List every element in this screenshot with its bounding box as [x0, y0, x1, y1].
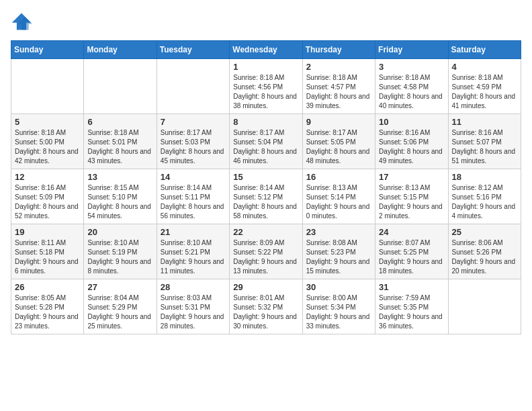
calendar-cell: 24Sunrise: 8:07 AMSunset: 5:25 PMDayligh… — [375, 224, 448, 279]
calendar-cell: 4Sunrise: 8:18 AMSunset: 4:59 PMDaylight… — [448, 59, 521, 114]
calendar-cell: 8Sunrise: 8:17 AMSunset: 5:04 PMDaylight… — [230, 114, 302, 169]
day-number: 13 — [87, 172, 152, 182]
weekday-header-thursday: Thursday — [302, 41, 375, 59]
day-number: 20 — [87, 227, 152, 237]
day-number: 18 — [452, 172, 517, 182]
day-info: Sunrise: 8:13 AMSunset: 5:15 PMDaylight:… — [379, 183, 444, 221]
day-number: 12 — [15, 172, 80, 182]
day-info: Sunrise: 8:15 AMSunset: 5:10 PMDaylight:… — [87, 183, 152, 221]
weekday-header-sunday: Sunday — [11, 41, 84, 59]
calendar-cell: 5Sunrise: 8:18 AMSunset: 5:00 PMDaylight… — [11, 114, 84, 169]
day-info: Sunrise: 8:11 AMSunset: 5:18 PMDaylight:… — [15, 238, 80, 276]
calendar-cell: 2Sunrise: 8:18 AMSunset: 4:57 PMDaylight… — [302, 59, 375, 114]
weekday-header-row: SundayMondayTuesdayWednesdayThursdayFrid… — [11, 41, 521, 59]
day-info: Sunrise: 8:08 AMSunset: 5:23 PMDaylight:… — [306, 238, 371, 276]
calendar-cell: 25Sunrise: 8:06 AMSunset: 5:26 PMDayligh… — [448, 224, 521, 279]
calendar-cell: 13Sunrise: 8:15 AMSunset: 5:10 PMDayligh… — [84, 169, 157, 224]
day-info: Sunrise: 8:01 AMSunset: 5:32 PMDaylight:… — [233, 293, 298, 331]
day-info: Sunrise: 8:14 AMSunset: 5:11 PMDaylight:… — [161, 183, 226, 221]
day-info: Sunrise: 8:17 AMSunset: 5:05 PMDaylight:… — [306, 128, 371, 166]
calendar-cell: 3Sunrise: 8:18 AMSunset: 4:58 PMDaylight… — [375, 59, 448, 114]
week-row-3: 12Sunrise: 8:16 AMSunset: 5:09 PMDayligh… — [11, 169, 521, 224]
day-number: 15 — [233, 172, 298, 182]
calendar-cell: 7Sunrise: 8:17 AMSunset: 5:03 PMDaylight… — [157, 114, 229, 169]
day-number: 1 — [233, 62, 298, 72]
day-number: 23 — [306, 227, 371, 237]
day-info: Sunrise: 8:18 AMSunset: 4:56 PMDaylight:… — [233, 73, 298, 111]
weekday-header-tuesday: Tuesday — [157, 41, 229, 59]
calendar-cell — [11, 59, 84, 114]
day-number: 4 — [452, 62, 517, 72]
day-info: Sunrise: 8:03 AMSunset: 5:31 PMDaylight:… — [161, 293, 226, 331]
day-info: Sunrise: 8:07 AMSunset: 5:25 PMDaylight:… — [379, 238, 444, 276]
calendar-cell: 20Sunrise: 8:10 AMSunset: 5:19 PMDayligh… — [84, 224, 157, 279]
day-info: Sunrise: 8:06 AMSunset: 5:26 PMDaylight:… — [452, 238, 517, 276]
calendar-cell: 26Sunrise: 8:05 AMSunset: 5:28 PMDayligh… — [11, 279, 84, 334]
day-info: Sunrise: 8:17 AMSunset: 5:04 PMDaylight:… — [233, 128, 298, 166]
day-number: 30 — [306, 282, 371, 292]
calendar-cell: 6Sunrise: 8:18 AMSunset: 5:01 PMDaylight… — [84, 114, 157, 169]
calendar-cell: 27Sunrise: 8:04 AMSunset: 5:29 PMDayligh… — [84, 279, 157, 334]
day-number: 17 — [379, 172, 444, 182]
day-number: 11 — [452, 117, 517, 127]
day-number: 2 — [306, 62, 371, 72]
day-number: 10 — [379, 117, 444, 127]
calendar-cell: 17Sunrise: 8:13 AMSunset: 5:15 PMDayligh… — [375, 169, 448, 224]
calendar-cell: 23Sunrise: 8:08 AMSunset: 5:23 PMDayligh… — [302, 224, 375, 279]
weekday-header-friday: Friday — [375, 41, 448, 59]
day-info: Sunrise: 8:18 AMSunset: 5:01 PMDaylight:… — [87, 128, 152, 166]
day-number: 16 — [306, 172, 371, 182]
day-info: Sunrise: 8:18 AMSunset: 4:57 PMDaylight:… — [306, 73, 371, 111]
day-number: 3 — [379, 62, 444, 72]
calendar-cell: 31Sunrise: 7:59 AMSunset: 5:35 PMDayligh… — [375, 279, 448, 334]
logo-icon — [11, 11, 32, 32]
calendar-cell: 22Sunrise: 8:09 AMSunset: 5:22 PMDayligh… — [230, 224, 302, 279]
weekday-header-wednesday: Wednesday — [230, 41, 302, 59]
day-info: Sunrise: 8:17 AMSunset: 5:03 PMDaylight:… — [161, 128, 226, 166]
day-number: 26 — [15, 282, 80, 292]
day-info: Sunrise: 8:18 AMSunset: 5:00 PMDaylight:… — [15, 128, 80, 166]
week-row-5: 26Sunrise: 8:05 AMSunset: 5:28 PMDayligh… — [11, 279, 521, 334]
day-info: Sunrise: 8:04 AMSunset: 5:29 PMDaylight:… — [87, 293, 152, 331]
day-number: 6 — [87, 117, 152, 127]
day-info: Sunrise: 7:59 AMSunset: 5:35 PMDaylight:… — [379, 293, 444, 331]
calendar-cell: 11Sunrise: 8:16 AMSunset: 5:07 PMDayligh… — [448, 114, 521, 169]
week-row-1: 1Sunrise: 8:18 AMSunset: 4:56 PMDaylight… — [11, 59, 521, 114]
calendar-cell: 9Sunrise: 8:17 AMSunset: 5:05 PMDaylight… — [302, 114, 375, 169]
day-info: Sunrise: 8:05 AMSunset: 5:28 PMDaylight:… — [15, 293, 80, 331]
day-info: Sunrise: 8:16 AMSunset: 5:09 PMDaylight:… — [15, 183, 80, 221]
calendar-cell — [157, 59, 229, 114]
day-info: Sunrise: 8:13 AMSunset: 5:14 PMDaylight:… — [306, 183, 371, 221]
weekday-header-monday: Monday — [84, 41, 157, 59]
weekday-header-saturday: Saturday — [448, 41, 521, 59]
day-number: 5 — [15, 117, 80, 127]
day-info: Sunrise: 8:18 AMSunset: 4:59 PMDaylight:… — [452, 73, 517, 111]
calendar-cell: 21Sunrise: 8:10 AMSunset: 5:21 PMDayligh… — [157, 224, 229, 279]
day-info: Sunrise: 8:16 AMSunset: 5:07 PMDaylight:… — [452, 128, 517, 166]
day-info: Sunrise: 8:16 AMSunset: 5:06 PMDaylight:… — [379, 128, 444, 166]
calendar-cell: 10Sunrise: 8:16 AMSunset: 5:06 PMDayligh… — [375, 114, 448, 169]
day-number: 8 — [233, 117, 298, 127]
day-number: 28 — [161, 282, 226, 292]
day-number: 21 — [161, 227, 226, 237]
calendar-cell: 1Sunrise: 8:18 AMSunset: 4:56 PMDaylight… — [230, 59, 302, 114]
day-info: Sunrise: 8:12 AMSunset: 5:16 PMDaylight:… — [452, 183, 517, 221]
day-number: 25 — [452, 227, 517, 237]
calendar-cell — [84, 59, 157, 114]
calendar-cell: 12Sunrise: 8:16 AMSunset: 5:09 PMDayligh… — [11, 169, 84, 224]
calendar-cell: 29Sunrise: 8:01 AMSunset: 5:32 PMDayligh… — [230, 279, 302, 334]
calendar-table: SundayMondayTuesdayWednesdayThursdayFrid… — [11, 40, 521, 334]
calendar-cell: 18Sunrise: 8:12 AMSunset: 5:16 PMDayligh… — [448, 169, 521, 224]
day-number: 9 — [306, 117, 371, 127]
day-number: 7 — [161, 117, 226, 127]
day-info: Sunrise: 8:09 AMSunset: 5:22 PMDaylight:… — [233, 238, 298, 276]
logo — [11, 11, 35, 32]
day-info: Sunrise: 8:10 AMSunset: 5:21 PMDaylight:… — [161, 238, 226, 276]
day-info: Sunrise: 8:14 AMSunset: 5:12 PMDaylight:… — [233, 183, 298, 221]
day-number: 14 — [161, 172, 226, 182]
week-row-4: 19Sunrise: 8:11 AMSunset: 5:18 PMDayligh… — [11, 224, 521, 279]
day-info: Sunrise: 8:10 AMSunset: 5:19 PMDaylight:… — [87, 238, 152, 276]
page-header — [11, 11, 521, 32]
day-number: 22 — [233, 227, 298, 237]
week-row-2: 5Sunrise: 8:18 AMSunset: 5:00 PMDaylight… — [11, 114, 521, 169]
